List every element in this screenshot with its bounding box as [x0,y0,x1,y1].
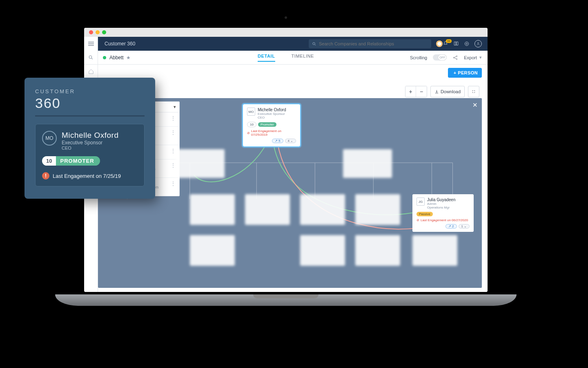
scrolling-toggle[interactable]: OFF [433,54,447,61]
download-button[interactable]: Download [430,86,465,97]
global-search[interactable] [309,39,431,48]
org-card-blurred [355,194,400,225]
zoom-in-button[interactable]: + [405,86,416,97]
svg-point-7 [457,58,457,59]
influence-in-badge[interactable]: 1 ⌄ [459,224,470,229]
person-title: CEO [62,146,119,150]
alert-icon: ! [42,172,49,180]
laptop-base [55,294,517,306]
org-card-blurred [300,235,345,266]
detail-tabs: DETAIL TIMELINE [258,54,314,62]
download-icon [434,90,439,94]
nps-score: 10 [42,156,56,166]
person-title: CEO [258,116,286,119]
row-menu-button[interactable]: ⋮ [170,180,176,187]
org-card-blurred [176,149,225,178]
svg-point-2 [466,43,468,45]
svg-point-3 [477,43,479,44]
avatar: MO [247,108,255,116]
svg-point-5 [454,57,454,58]
row-menu-button[interactable]: ⋮ [170,129,176,136]
fullscreen-button[interactable] [468,86,479,97]
add-person-label: + PERSON [454,70,478,75]
info-callout-card: CUSTOMER 360 MO Michelle Oxford Executiv… [24,78,155,199]
org-card-blurred [343,149,392,178]
person-name: Julia Guyadeen [427,197,456,202]
nps-score: 10 [247,122,256,127]
row-menu-button[interactable]: ⋮ [170,115,176,121]
engagement-warning: ⊘ Last Engagement on 06/27/2020 [416,218,470,222]
health-status-dot [103,56,106,59]
org-card-blurred [412,235,457,266]
toggle-state: OFF [438,55,446,60]
svg-point-6 [457,56,457,56]
nps-pill: 10 PROMOTER [42,156,100,166]
search-input[interactable] [319,41,428,46]
alert-icon: ⊘ [416,218,419,222]
svg-point-4 [89,56,92,58]
person-name: Michelle Oxford [258,108,286,112]
svg-point-1 [465,42,468,45]
notification-badge: 99 [446,39,452,43]
sub-header: Abbett ★ DETAIL TIMELINE Scrolling OFF E… [84,51,488,65]
person-role: Executive Sponsor [258,112,286,116]
engagement-warning: ! Last Engagement on 7/25/19 [42,172,138,180]
laptop-hinge-notch [253,294,318,298]
help-icon[interactable] [464,41,470,47]
tab-detail[interactable]: DETAIL [258,54,275,62]
chevron-down-icon: ▾ [174,104,176,110]
mac-titlebar [84,28,488,37]
mac-zoom-dot[interactable] [102,30,106,34]
org-card-blurred [355,235,400,266]
org-chart-canvas[interactable]: ✕ ▾ AS…haw…ainsight.com [98,98,482,288]
warning-text: Last Engagement on 06/27/2020 [421,218,468,222]
zoom-out-button[interactable]: − [416,86,427,97]
app-header: Customer 360 99 [84,37,488,51]
mac-close-dot[interactable] [89,30,93,34]
nps-badge: PROMOTER [56,156,100,166]
org-card-root[interactable]: MO Michelle Oxford Executive Sponsor CEO… [243,104,300,146]
rail-home-icon[interactable] [88,69,94,74]
scrolling-label: Scrolling [410,55,427,60]
nps-badge: Passive [416,212,433,216]
callout-title: 360 [35,95,145,111]
export-dropdown[interactable]: Export ▾ [464,55,482,60]
search-icon [312,42,316,46]
header-icon-group: 99 [443,40,488,47]
download-label: Download [441,89,461,94]
zoom-group: + − [405,86,427,97]
influence-in-badge[interactable]: 4 ⌄ [285,139,296,143]
app-title: Customer 360 [98,41,142,47]
avatar: JG [416,197,425,206]
share-icon[interactable] [452,55,458,61]
canvas-toolbar: + − Download [405,86,479,97]
row-menu-button[interactable]: ⋮ [170,162,176,168]
org-card-blurred [245,194,290,225]
sidebar-search-button[interactable] [84,51,98,65]
warning-text: Last Engagement on 7/25/19 [53,173,121,179]
tab-timeline[interactable]: TIMELINE [291,54,314,62]
org-card-person[interactable]: JG Julia Guyadeen Admin Operations Mgr P… [412,194,474,232]
person-role: Admin [427,202,456,206]
person-role: Executive Sponsor [62,140,119,146]
canvas-close-button[interactable]: ✕ [472,101,478,109]
add-person-button[interactable]: + PERSON [448,68,482,78]
avatar: MO [42,131,57,146]
laptop-camera [285,16,287,19]
callout-person-card: MO Michelle Oxford Executive Sponsor CEO… [35,124,145,186]
favorite-star-icon[interactable]: ★ [126,55,131,61]
mac-minimize-dot[interactable] [96,30,100,34]
person-name: Michelle Oxford [62,131,119,140]
nps-badge: Promoter [258,122,276,127]
chevron-down-icon: ▾ [479,55,482,60]
org-card-blurred [190,194,235,225]
bell-icon[interactable]: 99 [443,41,448,47]
search-context-avatar[interactable] [436,40,443,47]
influence-out-badge[interactable]: ↗ 5 [272,139,283,143]
user-avatar[interactable] [474,40,482,47]
row-menu-button[interactable]: ⋮ [170,148,176,154]
influence-out-badge[interactable]: ↗ 2 [445,224,457,229]
book-icon[interactable] [453,41,459,47]
company-name[interactable]: Abbett [109,55,124,61]
nav-menu-button[interactable] [84,37,98,51]
